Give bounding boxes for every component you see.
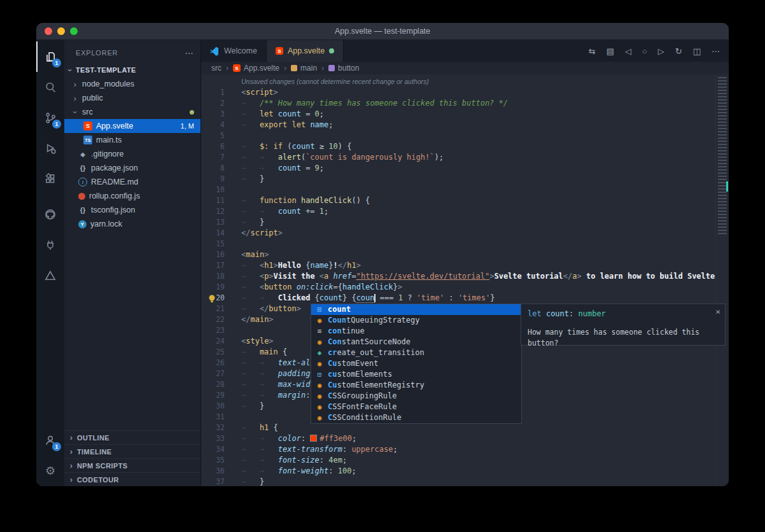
zoom-window-button[interactable] — [70, 27, 78, 35]
code-line[interactable]: 3→let count = 0; — [201, 109, 729, 120]
code-line[interactable]: 15 — [201, 239, 729, 249]
close-window-button[interactable] — [45, 27, 52, 35]
code-line[interactable]: 37→} — [201, 477, 729, 486]
file-history-icon[interactable]: ↻ — [675, 46, 682, 56]
line-number: 36 — [201, 466, 225, 477]
suggest-item-cssfontfacerule[interactable]: ◉CSSFontFaceRule — [311, 402, 521, 412]
code-line[interactable]: 20→→Clicked {count} {coun === 1 ? 'time'… — [201, 293, 729, 304]
code-line[interactable]: 19→<button on:click={handleClick}> — [201, 282, 729, 293]
explorer-more-actions-icon[interactable]: ⋯ — [185, 48, 194, 58]
breadcrumb-src[interactable]: src — [211, 64, 221, 73]
explorer-item-tsconfig-json[interactable]: {}tsconfig.json — [64, 203, 200, 217]
code-line[interactable]: 7→→alert(`count is dangerously high!`); — [201, 152, 729, 163]
suggest-label: continue — [328, 326, 365, 337]
minimap[interactable] — [715, 74, 729, 486]
breadcrumb-symbol-main[interactable]: main — [291, 64, 317, 73]
activity-search-icon[interactable] — [36, 72, 64, 102]
explorer-item-readme-md[interactable]: iREADME.md — [64, 175, 200, 189]
suggest-item-continue[interactable]: ≡continue — [311, 326, 521, 337]
close-icon[interactable]: × — [715, 306, 720, 317]
code-line[interactable]: 13→} — [201, 217, 729, 228]
code-line[interactable]: 11→function handleClick() { — [201, 195, 729, 206]
suggest-list: ⊡count◉CountQueuingStrategy≡continue◉Con… — [311, 304, 521, 423]
code-line[interactable]: 10 — [201, 185, 729, 195]
sidebar-section-npm-scripts[interactable]: ›NPM SCRIPTS — [64, 458, 200, 472]
code-text — [225, 412, 241, 423]
unsaved-dot-icon[interactable] — [329, 48, 334, 53]
breadcrumb-symbol-button[interactable]: button — [328, 64, 359, 73]
code-line[interactable]: 14</script> — [201, 228, 729, 239]
code-line[interactable]: 4→export let name; — [201, 120, 729, 130]
suggest-item-countqueuingstrategy[interactable]: ◉CountQueuingStrategy — [311, 315, 521, 326]
tab-welcome[interactable]: Welcome — [201, 40, 267, 62]
code-line[interactable]: 1<script> — [201, 87, 729, 98]
accounts-icon[interactable]: 1 — [36, 425, 64, 456]
code-line[interactable]: 34→→text-transform: uppercase; — [201, 444, 729, 455]
code-line[interactable]: 5 — [201, 130, 729, 141]
suggest-item-cssgroupingrule[interactable]: ◉CSSGroupingRule — [311, 391, 521, 402]
gutter-indicator-icon[interactable]: ○ — [642, 46, 647, 56]
code-line[interactable]: 2→/** How many times has someone clicked… — [201, 98, 729, 109]
open-changes-icon[interactable]: ⇆ — [589, 46, 596, 56]
line-number: 10 — [201, 185, 225, 195]
line-number: 25 — [201, 347, 225, 358]
sidebar-section-outline[interactable]: ›OUTLINE — [64, 430, 200, 444]
suggest-item-cssconditionrule[interactable]: ◉CSSConditionRule — [311, 412, 521, 423]
line-number: 12 — [201, 206, 225, 217]
next-change-icon[interactable]: ▷ — [658, 46, 664, 56]
explorer-item--gitignore[interactable]: ◆.gitignore — [64, 147, 200, 161]
suggest-label: CSSGroupingRule — [328, 391, 397, 402]
code-line[interactable]: 17→<h1>Hello {name}!</h1> — [201, 260, 729, 271]
code-text: →→font-size: 4em; — [225, 455, 347, 466]
suggest-item-customelementregistry[interactable]: ◉CustomElementRegistry — [311, 380, 521, 391]
activity-run-debug-icon[interactable] — [36, 133, 64, 164]
code-line[interactable]: 33→→color: #ff3e00; — [201, 433, 729, 444]
chevron-right-icon: › — [68, 447, 74, 456]
file-annotations-icon[interactable]: ▤ — [607, 46, 614, 56]
lightbulb-icon[interactable] — [207, 294, 216, 304]
explorer-item-node-modules[interactable]: ›node_modules — [64, 77, 200, 91]
suggest-item-create_out_transition[interactable]: ◈create_out_transition — [311, 347, 521, 358]
minimize-window-button[interactable] — [57, 27, 65, 35]
breadcrumb-file[interactable]: SApp.svelte — [233, 64, 279, 73]
activity-remote-plug-icon[interactable] — [36, 230, 64, 260]
activity-extensions-icon[interactable] — [36, 164, 64, 194]
tab-app-svelte[interactable]: S App.svelte — [267, 40, 344, 62]
suggest-item-customelements[interactable]: ⊡customElements — [311, 369, 521, 380]
code-line[interactable]: 18→<p>Visit the <a href="https://svelte.… — [201, 271, 729, 282]
code-line[interactable]: 32→h1 { — [201, 423, 729, 433]
more-actions-icon[interactable]: ⋯ — [712, 46, 720, 56]
code-line[interactable]: 8→→count = 9; — [201, 163, 729, 174]
explorer-item-main-ts[interactable]: TSmain.ts — [64, 133, 200, 147]
settings-gear-icon[interactable]: ⚙ — [36, 456, 64, 486]
activity-github-icon[interactable] — [36, 199, 64, 230]
sidebar-section-timeline[interactable]: ›TIMELINE — [64, 444, 200, 458]
suggest-item-constantsourcenode[interactable]: ◉ConstantSourceNode — [311, 337, 521, 347]
code-line[interactable]: 36→→font-weight: 100; — [201, 466, 729, 477]
previous-change-icon[interactable]: ◁ — [625, 46, 631, 56]
editor-actions: ⇆▤◁○▷↻◫⋯ — [589, 40, 729, 62]
split-editor-icon[interactable]: ◫ — [693, 46, 701, 56]
suggest-item-customevent[interactable]: ◉CustomEvent — [311, 358, 521, 369]
code-line[interactable]: 9→} — [201, 174, 729, 185]
activity-source-control-icon[interactable]: 1 — [36, 102, 64, 133]
explorer-item-rollup-config-js[interactable]: rollup.config.js — [64, 189, 200, 203]
git-status-badge: 1, M — [181, 122, 194, 130]
explorer-item-src[interactable]: ›src — [64, 105, 200, 119]
explorer-item-app-svelte[interactable]: SApp.svelte1, M — [64, 119, 200, 133]
code-line[interactable]: 12→→count += 1; — [201, 206, 729, 217]
activity-codetour-icon[interactable] — [36, 260, 64, 291]
code-line[interactable]: 35→→font-size: 4em; — [201, 455, 729, 466]
code-line[interactable]: 6→$: if (count ≥ 10) { — [201, 141, 729, 152]
explorer-item-yarn-lock[interactable]: Yyarn.lock — [64, 217, 200, 231]
suggest-item-count[interactable]: ⊡count — [311, 304, 521, 315]
explorer-item-package-json[interactable]: {}package.json — [64, 161, 200, 175]
svelte-file-icon: S — [83, 122, 92, 130]
activity-explorer-icon[interactable]: 1 — [36, 41, 64, 72]
code-line[interactable]: 16<main> — [201, 249, 729, 260]
sidebar-section-codetour[interactable]: ›CODETOUR — [64, 472, 200, 486]
code-editor[interactable]: Unsaved changes (cannot determine recent… — [201, 74, 729, 486]
code-text: →function handleClick() { — [225, 195, 370, 206]
explorer-item-public[interactable]: ›public — [64, 91, 200, 105]
workspace-section-header[interactable]: › TEST-TEMPLATE — [64, 63, 200, 77]
